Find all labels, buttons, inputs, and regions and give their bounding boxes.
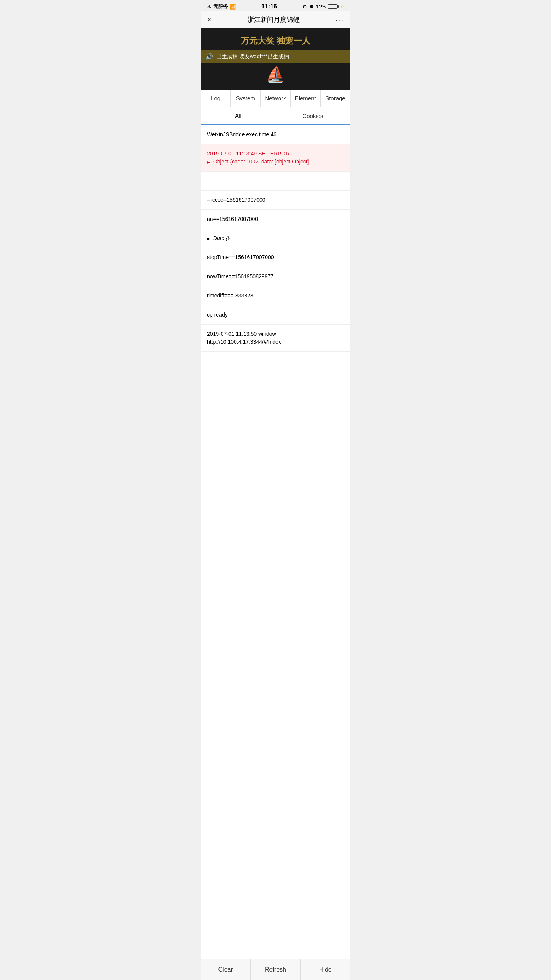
refresh-button[interactable]: Refresh (251, 959, 300, 980)
log-item-expandable[interactable]: ▶ Date {} (201, 229, 350, 248)
debug-tabs-row2: All Cookies (201, 107, 350, 125)
log-item: 2019-07-01 11:13:50 windowhttp://10.100.… (201, 325, 350, 352)
status-time: 11:16 (261, 3, 277, 10)
log-item: WeixinJSBridge exec time 46 (201, 125, 350, 144)
log-text: aa==1561617007000 (207, 216, 258, 222)
log-text: ---------------------- (207, 178, 246, 184)
status-right: ⊙ ✱ 11% ⚡ (303, 4, 344, 10)
bottom-bar: Clear Refresh Hide (201, 959, 350, 980)
log-item: timediff===-333823 (201, 286, 350, 305)
page-title: 浙江新闻月度锦鲤 (248, 15, 300, 24)
log-text: timediff===-333823 (207, 292, 253, 299)
log-item: ---------------------- (201, 172, 350, 191)
subtab-all[interactable]: All (201, 107, 276, 124)
debug-tabs-row1: Log System Network Element Storage (201, 90, 350, 107)
error-line1: 2019-07-01 11:13:49 SET ERROR: (207, 150, 344, 158)
expand-arrow-icon[interactable]: ▶ (207, 160, 210, 164)
tab-storage[interactable]: Storage (321, 90, 350, 107)
tab-log[interactable]: Log (201, 90, 231, 107)
log-item: nowTime==1561950829977 (201, 267, 350, 286)
log-text: stopTime==1561617007000 (207, 254, 274, 260)
more-button[interactable]: ··· (335, 15, 344, 24)
log-text: 2019-07-01 11:13:50 windowhttp://10.100.… (207, 331, 281, 345)
log-text: nowTime==1561950829977 (207, 273, 274, 279)
bluetooth-icon: ✱ (309, 4, 313, 10)
boat-decoration: ⛵ (266, 65, 285, 83)
battery-percent: 11% (316, 4, 326, 10)
log-item: aa==1561617007000 (201, 210, 350, 229)
warning-icon: ⚠ (207, 4, 212, 10)
log-item: stopTime==1561617007000 (201, 248, 350, 267)
preview-title: 万元大奖 独宠一人 (201, 32, 350, 50)
wifi-icon: 📶 (230, 4, 236, 10)
tab-system[interactable]: System (231, 90, 261, 107)
preview-area: 万元大奖 独宠一人 🔊 已生成抽 读友wdqf***已生成抽 ⛵ (201, 28, 350, 90)
battery-icon (328, 4, 337, 9)
log-text: ---cccc--1561617007000 (207, 197, 266, 203)
screen-icon: ⊙ (303, 4, 307, 10)
status-left: ⚠ 无服务 📶 (207, 3, 236, 10)
log-text-italic: Date {} (213, 235, 230, 241)
ticker-icon: 🔊 (205, 53, 213, 60)
error-line2: ▶ Object {code: 1002, data: [object Obje… (207, 158, 344, 166)
log-text: WeixinJSBridge exec time 46 (207, 131, 277, 137)
error-object: Object {code: 1002, data: [object Object… (213, 158, 316, 165)
ticker-text: 已生成抽 读友wdqf***已生成抽 (216, 53, 289, 60)
carrier-label: 无服务 (213, 3, 228, 10)
log-item: cp ready (201, 305, 350, 325)
log-content: WeixinJSBridge exec time 46 2019-07-01 1… (201, 125, 350, 959)
close-button[interactable]: × (207, 15, 212, 24)
charging-icon: ⚡ (339, 5, 344, 9)
log-item: ---cccc--1561617007000 (201, 191, 350, 210)
hide-button[interactable]: Hide (301, 959, 350, 980)
tab-element[interactable]: Element (291, 90, 321, 107)
log-item-error[interactable]: 2019-07-01 11:13:49 SET ERROR: ▶ Object … (201, 144, 350, 172)
preview-ticker: 🔊 已生成抽 读友wdqf***已生成抽 (201, 50, 350, 63)
tab-network[interactable]: Network (261, 90, 290, 107)
nav-bar: × 浙江新闻月度锦鲤 ··· (201, 11, 350, 28)
expand-arrow-icon[interactable]: ▶ (207, 237, 210, 241)
subtab-cookies[interactable]: Cookies (276, 107, 350, 124)
battery-fill (329, 5, 329, 8)
status-bar: ⚠ 无服务 📶 11:16 ⊙ ✱ 11% ⚡ (201, 0, 350, 11)
clear-button[interactable]: Clear (201, 959, 251, 980)
preview-image-area: ⛵ (201, 63, 350, 86)
log-text: cp ready (207, 312, 228, 318)
